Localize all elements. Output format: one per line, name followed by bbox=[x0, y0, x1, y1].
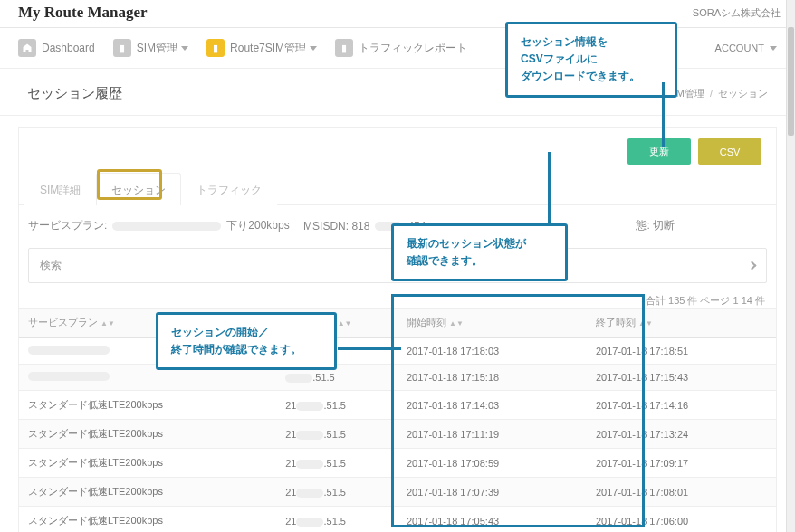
sort-icon: ▲▼ bbox=[449, 319, 464, 328]
cell-end: 2017-01-18 17:09:17 bbox=[587, 449, 776, 478]
home-icon bbox=[18, 39, 36, 57]
nav-route7-label: Route7SIM管理 bbox=[230, 41, 306, 56]
cell-start: 2017-01-18 17:15:18 bbox=[398, 365, 587, 391]
state-label: 態: 切断 bbox=[636, 218, 675, 233]
update-button[interactable]: 更新 bbox=[627, 138, 691, 165]
sort-icon: ▲▼ bbox=[638, 319, 653, 328]
cell-ip: 21.51.5 bbox=[276, 478, 398, 507]
cell-plan: スタンダード低速LTE200kbps bbox=[19, 420, 276, 449]
cell-end: 2017-01-18 17:18:51 bbox=[587, 337, 776, 365]
nav-route7[interactable]: ▮ Route7SIM管理 bbox=[197, 33, 326, 62]
callout-csv: セッション情報を CSVファイルに ダウンロードできます。 bbox=[505, 22, 677, 98]
table-row[interactable]: スタンダード低速LTE200kbps21.51.52017-01-18 17:1… bbox=[19, 391, 776, 420]
cell-start: 2017-01-18 17:05:43 bbox=[398, 507, 587, 532]
table-row[interactable]: スタンダード低速LTE200kbps21.51.52017-01-18 17:1… bbox=[19, 420, 776, 449]
scrollbar[interactable] bbox=[786, 0, 795, 532]
table-row[interactable]: スタンダード低速LTE200kbps21.51.52017-01-18 17:0… bbox=[19, 478, 776, 507]
cell-plan: スタンダード低速LTE200kbps bbox=[19, 391, 276, 420]
msisdn-label: MSISDN: 818 bbox=[303, 220, 369, 233]
cell-start: 2017-01-18 17:18:03 bbox=[398, 337, 587, 365]
callout-update: 最新のセッション状態が 確認できます。 bbox=[391, 223, 568, 281]
col-end[interactable]: 終了時刻▲▼ bbox=[587, 309, 776, 338]
caret-icon bbox=[310, 46, 317, 51]
nav-traffic[interactable]: ▮ トラフィックレポート bbox=[326, 33, 476, 62]
sort-icon: ▲▼ bbox=[101, 319, 115, 328]
caret-icon bbox=[181, 46, 188, 51]
table-row[interactable]: スタンダード低速LTE200kbps21.51.52017-01-18 17:0… bbox=[19, 507, 776, 532]
cell-ip: 21.51.5 bbox=[276, 420, 398, 449]
redacted bbox=[112, 222, 221, 231]
cell-ip: 21.51.5 bbox=[276, 391, 398, 420]
nav-sim-label: SIM管理 bbox=[137, 41, 177, 56]
chart-icon: ▮ bbox=[335, 39, 353, 57]
cell-start: 2017-01-18 17:11:19 bbox=[398, 420, 587, 449]
col-start[interactable]: 開始時刻▲▼ bbox=[398, 309, 587, 338]
session-table: サービスプラン▲▼ IPアドレス▲▼ 開始時刻▲▼ 終了時刻▲▼ .51.520… bbox=[19, 308, 776, 532]
cell-start: 2017-01-18 17:08:59 bbox=[398, 449, 587, 478]
down-label: 下り200kbps bbox=[226, 218, 289, 233]
table-row[interactable]: .51.52017-01-18 17:15:182017-01-18 17:15… bbox=[19, 365, 776, 391]
tab-traffic[interactable]: トラフィック bbox=[181, 173, 277, 205]
cell-end: 2017-01-18 17:06:00 bbox=[587, 507, 776, 532]
chevron-right-icon bbox=[748, 261, 757, 271]
cell-start: 2017-01-18 17:14:03 bbox=[398, 391, 587, 420]
cell-start: 2017-01-18 17:07:39 bbox=[398, 478, 587, 507]
callout-time: セッションの開始／ 終了時間が確認できます。 bbox=[156, 312, 337, 370]
result-count: 合計 135 件 ページ 1 14 件 bbox=[646, 294, 765, 308]
table-row[interactable]: .51.52017-01-18 17:18:032017-01-18 17:18… bbox=[19, 337, 776, 365]
nav-dashboard[interactable]: Dashboard bbox=[9, 33, 104, 62]
cell-ip: 21.51.5 bbox=[276, 449, 398, 478]
account-menu[interactable]: ACCOUNT bbox=[706, 37, 786, 59]
sim-icon: ▮ bbox=[113, 39, 131, 57]
sort-icon: ▲▼ bbox=[338, 319, 352, 328]
tabs: SIM詳細 セッション トラフィック bbox=[19, 172, 776, 205]
account-label: ACCOUNT bbox=[715, 43, 764, 53]
cell-ip: 21.51.5 bbox=[276, 507, 398, 532]
cell-plan: スタンダード低速LTE200kbps bbox=[19, 478, 276, 507]
cell-end: 2017-01-18 17:15:43 bbox=[587, 365, 776, 391]
nav-dashboard-label: Dashboard bbox=[42, 42, 95, 54]
tab-session[interactable]: セッション bbox=[96, 173, 181, 205]
nav-traffic-label: トラフィックレポート bbox=[359, 41, 467, 56]
cell-end: 2017-01-18 17:08:01 bbox=[587, 478, 776, 507]
cell-plan: スタンダード低速LTE200kbps bbox=[19, 449, 276, 478]
page-title: セッション履歴 bbox=[27, 85, 122, 102]
nav-sim[interactable]: ▮ SIM管理 bbox=[104, 33, 197, 62]
csv-button[interactable]: CSV bbox=[698, 138, 761, 165]
cell-end: 2017-01-18 17:14:16 bbox=[587, 391, 776, 420]
search-label: 検索 bbox=[40, 258, 62, 273]
tab-sim-detail[interactable]: SIM詳細 bbox=[24, 173, 96, 205]
crumb-current: セッション bbox=[718, 88, 768, 99]
table-row[interactable]: スタンダード低速LTE200kbps21.51.52017-01-18 17:0… bbox=[19, 449, 776, 478]
cell-end: 2017-01-18 17:13:24 bbox=[587, 420, 776, 449]
brand: My Route Manager bbox=[18, 4, 148, 22]
company-name: SORAシム株式会社 bbox=[693, 6, 781, 20]
plan-label: サービスプラン: bbox=[28, 218, 107, 233]
caret-icon bbox=[770, 46, 777, 51]
route7-icon: ▮ bbox=[206, 39, 225, 57]
cell-plan: スタンダード低速LTE200kbps bbox=[19, 507, 276, 532]
content-card: 更新 CSV SIM詳細 セッション トラフィック サービスプラン: 下り200… bbox=[18, 127, 777, 532]
